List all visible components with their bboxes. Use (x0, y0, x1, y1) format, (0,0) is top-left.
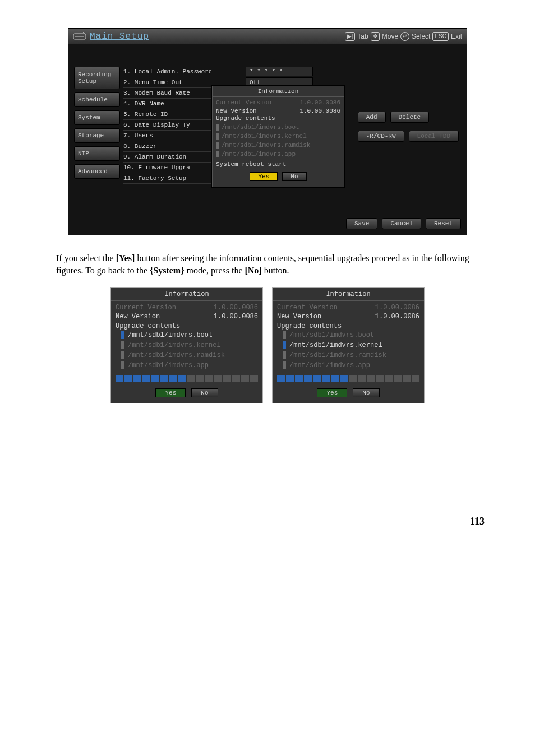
progress-segment (196, 375, 204, 382)
reset-button[interactable]: Reset (426, 218, 461, 229)
progress-mark-icon (216, 151, 219, 157)
information-dialog: Information Current Version 1.0.00.0086 … (212, 86, 344, 187)
upgrade-item: /mnt/sdb1/imdvrs.ramdisk (277, 350, 419, 360)
delete-button[interactable]: Delete (390, 112, 430, 123)
progress-mark-icon (121, 351, 124, 359)
current-version-label: Current Version (216, 99, 271, 106)
sidebar-item-ntp[interactable]: NTP (74, 146, 120, 161)
new-version-value: 1.0.00.0086 (214, 313, 258, 321)
upgrade-item: /mnt/sdb1/imdvrs.boot (116, 330, 258, 340)
upgrade-item: /mnt/sdb1/imdvrs.boot (277, 330, 419, 340)
list-item[interactable]: 6. Date Display Ty (123, 120, 211, 131)
upgrade-item: /mnt/sdb1/imdvrs.boot (222, 124, 299, 131)
progress-segment (124, 375, 132, 382)
local-hdd-button[interactable]: Local HDD (409, 131, 459, 142)
info-dialog-boot: Information Current Version1.0.00.0086 N… (110, 287, 263, 403)
rcdrw-button[interactable]: -R/CD-RW (358, 131, 404, 142)
password-field[interactable]: * * * * * (246, 67, 313, 76)
esc-key-icon: ESC (432, 32, 449, 41)
progress-mark-icon (283, 331, 286, 339)
list-item[interactable]: 5. Remote ID (123, 109, 211, 120)
progress-mark-icon (121, 361, 124, 369)
progress-segment (349, 375, 357, 382)
list-item[interactable]: 7. Users (123, 131, 211, 141)
upgrade-item-path: /mnt/sdb1/imdvrs.boot (289, 331, 374, 339)
value-column: * * * * * Off (246, 67, 313, 88)
current-version-label: Current Version (116, 304, 176, 312)
progress-segment (358, 375, 366, 382)
no-button[interactable]: No (353, 388, 379, 397)
sidebar: Recording Setup Schedule System Storage … (74, 67, 120, 179)
upgrade-item: /mnt/sdb1/imdvrs.kernel (277, 340, 419, 350)
hint-move: Move (382, 33, 398, 40)
progress-segment (295, 375, 303, 382)
progress-segment (116, 375, 123, 382)
list-item[interactable]: 9. Alarm Duration (123, 152, 211, 163)
sidebar-item-system[interactable]: System (74, 110, 120, 125)
sidebar-item-recording-setup[interactable]: Recording Setup (74, 67, 120, 89)
dialog-title: Information (273, 288, 424, 301)
progress-segment (187, 375, 195, 382)
progress-mark-icon (216, 133, 219, 140)
add-button[interactable]: Add (358, 112, 386, 123)
progress-segment (394, 375, 402, 382)
list-item[interactable]: 11. Factory Setup (123, 173, 211, 184)
upgrade-item: /mnt/sdb1/imdvrs.app (222, 151, 296, 157)
current-version-label: Current Version (277, 304, 338, 312)
list-item[interactable]: 10. Firmware Upgra (123, 163, 211, 173)
list-item[interactable]: 2. Menu Time Out (123, 77, 211, 88)
hint-select: Select (412, 33, 430, 40)
body-paragraph: If you select the [Yes] button after see… (56, 252, 482, 276)
cancel-button[interactable]: Cancel (382, 218, 421, 229)
progress-segment (241, 375, 249, 382)
info-dialog-kernel: Information Current Version1.0.00.0086 N… (272, 287, 425, 403)
main-setup-window: Main Setup ▶| Tab ✥ Move ↵ Select ESC Ex… (68, 28, 467, 235)
yes-button[interactable]: Yes (250, 172, 278, 181)
progress-mark-icon (283, 351, 286, 359)
no-button[interactable]: No (191, 388, 218, 397)
progress-segment (223, 375, 231, 382)
sidebar-item-storage[interactable]: Storage (74, 128, 120, 143)
progress-segment (133, 375, 141, 382)
upgrade-contents-label: Upgrade contents (116, 322, 258, 330)
upgrade-item-path: /mnt/sdb1/imdvrs.ramdisk (289, 351, 386, 359)
upgrade-item-path: /mnt/sdb1/imdvrs.app (128, 361, 209, 369)
move-key-icon: ✥ (371, 32, 380, 41)
nav-hints: ▶| Tab ✥ Move ↵ Select ESC Exit (345, 32, 462, 41)
progress-segment (142, 375, 150, 382)
list-item[interactable]: 1. Local Admin. Password (123, 67, 211, 77)
main-setup-header: Main Setup ▶| Tab ✥ Move ↵ Select ESC Ex… (68, 29, 467, 44)
list-item[interactable]: 4. DVR Name (123, 99, 211, 109)
upgrade-item: /mnt/sdb1/imdvrs.ramdisk (116, 350, 258, 360)
progress-mark-icon (283, 361, 286, 369)
upgrade-item: /mnt/sdb1/imdvrs.kernel (222, 133, 307, 140)
upgrade-item-path: /mnt/sdb1/imdvrs.kernel (128, 341, 221, 349)
progress-segment (205, 375, 213, 382)
hint-exit: Exit (451, 33, 462, 40)
no-button[interactable]: No (282, 172, 306, 181)
progress-mark-icon (283, 341, 286, 349)
list-item[interactable]: 8. Buzzer (123, 141, 211, 152)
yes-button[interactable]: Yes (317, 388, 347, 397)
progress-bar (277, 375, 419, 382)
sidebar-item-advanced[interactable]: Advanced (74, 164, 120, 179)
list-item[interactable]: 3. Modem Baud Rate (123, 88, 211, 99)
yes-button[interactable]: Yes (155, 388, 186, 397)
save-button[interactable]: Save (346, 218, 377, 229)
settings-list: 1. Local Admin. Password 2. Menu Time Ou… (123, 67, 211, 184)
progress-segment (169, 375, 177, 382)
progress-segment (340, 375, 348, 382)
sidebar-item-schedule[interactable]: Schedule (74, 92, 120, 107)
progress-mark-icon (121, 331, 124, 339)
new-version-label: New Version (216, 108, 257, 114)
progress-segment (304, 375, 312, 382)
new-version-value: 1.0.00.0086 (299, 108, 340, 114)
progress-segment (376, 375, 384, 382)
progress-segment (277, 375, 285, 382)
keyboard-icon (73, 31, 86, 41)
reboot-label: System reboot start (216, 161, 340, 168)
main-setup-title: Main Setup (90, 31, 149, 41)
progress-segment (367, 375, 375, 382)
progress-segment (385, 375, 393, 382)
progress-segment (151, 375, 159, 382)
